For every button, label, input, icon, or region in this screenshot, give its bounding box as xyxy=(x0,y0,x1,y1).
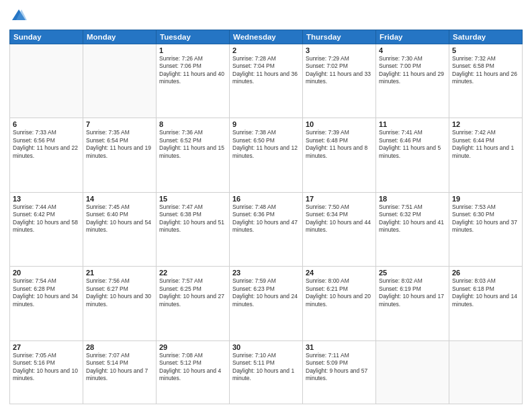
calendar-cell: 30Sunrise: 7:10 AMSunset: 5:11 PMDayligh… xyxy=(230,340,303,404)
day-info: Sunrise: 7:08 AMSunset: 5:12 PMDaylight:… xyxy=(159,352,226,383)
calendar-cell: 31Sunrise: 7:11 AMSunset: 5:09 PMDayligh… xyxy=(303,340,376,404)
calendar-cell: 27Sunrise: 7:05 AMSunset: 5:16 PMDayligh… xyxy=(10,340,83,404)
page-header xyxy=(9,7,523,26)
day-info: Sunrise: 7:28 AMSunset: 7:04 PMDaylight:… xyxy=(232,55,300,86)
calendar-cell: 28Sunrise: 7:07 AMSunset: 5:14 PMDayligh… xyxy=(83,340,157,404)
calendar-cell: 19Sunrise: 7:53 AMSunset: 6:30 PMDayligh… xyxy=(449,192,523,266)
calendar-cell: 18Sunrise: 7:51 AMSunset: 6:32 PMDayligh… xyxy=(376,192,449,266)
day-number: 14 xyxy=(86,195,153,203)
calendar-cell: 20Sunrise: 7:54 AMSunset: 6:28 PMDayligh… xyxy=(10,267,83,340)
day-info: Sunrise: 8:00 AMSunset: 6:21 PMDaylight:… xyxy=(306,277,373,308)
calendar-table: SundayMondayTuesdayWednesdayThursdayFrid… xyxy=(9,30,523,404)
weekday-monday: Monday xyxy=(83,30,157,44)
calendar-cell: 16Sunrise: 7:48 AMSunset: 6:36 PMDayligh… xyxy=(230,192,303,266)
day-number: 15 xyxy=(159,195,226,203)
calendar-cell: 12Sunrise: 7:42 AMSunset: 6:44 PMDayligh… xyxy=(449,118,523,192)
day-info: Sunrise: 7:10 AMSunset: 5:11 PMDaylight:… xyxy=(232,352,300,383)
day-number: 5 xyxy=(452,46,519,54)
calendar-cell: 8Sunrise: 7:36 AMSunset: 6:52 PMDaylight… xyxy=(157,118,230,192)
day-info: Sunrise: 7:59 AMSunset: 6:23 PMDaylight:… xyxy=(232,277,300,308)
day-info: Sunrise: 7:54 AMSunset: 6:28 PMDaylight:… xyxy=(13,277,80,308)
calendar-cell: 21Sunrise: 7:56 AMSunset: 6:27 PMDayligh… xyxy=(83,267,157,340)
day-info: Sunrise: 7:32 AMSunset: 6:58 PMDaylight:… xyxy=(452,55,519,86)
day-info: Sunrise: 7:47 AMSunset: 6:38 PMDaylight:… xyxy=(159,203,226,234)
day-number: 8 xyxy=(159,120,226,128)
day-info: Sunrise: 7:57 AMSunset: 6:25 PMDaylight:… xyxy=(159,277,226,308)
day-number: 29 xyxy=(159,343,226,351)
calendar-cell: 10Sunrise: 7:39 AMSunset: 6:48 PMDayligh… xyxy=(303,118,376,192)
logo xyxy=(9,7,31,26)
day-number: 31 xyxy=(306,343,373,351)
day-number: 4 xyxy=(379,46,446,54)
day-info: Sunrise: 7:33 AMSunset: 6:56 PMDaylight:… xyxy=(13,129,80,160)
weekday-sunday: Sunday xyxy=(10,30,83,44)
calendar-cell xyxy=(449,340,523,404)
calendar-cell: 3Sunrise: 7:29 AMSunset: 7:02 PMDaylight… xyxy=(303,44,376,118)
day-number: 30 xyxy=(232,343,300,351)
day-info: Sunrise: 7:35 AMSunset: 6:54 PMDaylight:… xyxy=(86,129,153,160)
calendar-cell: 13Sunrise: 7:44 AMSunset: 6:42 PMDayligh… xyxy=(10,192,83,266)
day-info: Sunrise: 7:51 AMSunset: 6:32 PMDaylight:… xyxy=(379,203,446,234)
day-info: Sunrise: 7:11 AMSunset: 5:09 PMDaylight:… xyxy=(306,352,373,383)
calendar-week-3: 13Sunrise: 7:44 AMSunset: 6:42 PMDayligh… xyxy=(10,192,523,266)
calendar-cell xyxy=(376,340,449,404)
day-info: Sunrise: 7:29 AMSunset: 7:02 PMDaylight:… xyxy=(306,55,373,86)
calendar-cell: 22Sunrise: 7:57 AMSunset: 6:25 PMDayligh… xyxy=(157,267,230,340)
weekday-saturday: Saturday xyxy=(449,30,523,44)
day-number: 11 xyxy=(379,120,446,128)
day-info: Sunrise: 7:42 AMSunset: 6:44 PMDaylight:… xyxy=(452,129,519,160)
calendar-cell xyxy=(10,44,83,118)
day-info: Sunrise: 7:39 AMSunset: 6:48 PMDaylight:… xyxy=(306,129,373,160)
day-info: Sunrise: 7:05 AMSunset: 5:16 PMDaylight:… xyxy=(13,352,80,383)
calendar-cell: 11Sunrise: 7:41 AMSunset: 6:46 PMDayligh… xyxy=(376,118,449,192)
day-info: Sunrise: 7:50 AMSunset: 6:34 PMDaylight:… xyxy=(306,203,373,234)
calendar-cell: 9Sunrise: 7:38 AMSunset: 6:50 PMDaylight… xyxy=(230,118,303,192)
calendar-cell: 29Sunrise: 7:08 AMSunset: 5:12 PMDayligh… xyxy=(157,340,230,404)
day-number: 24 xyxy=(306,269,373,277)
weekday-tuesday: Tuesday xyxy=(157,30,230,44)
day-number: 21 xyxy=(86,269,153,277)
day-number: 18 xyxy=(379,195,446,203)
day-info: Sunrise: 7:36 AMSunset: 6:52 PMDaylight:… xyxy=(159,129,226,160)
calendar-week-1: 1Sunrise: 7:26 AMSunset: 7:06 PMDaylight… xyxy=(10,44,523,118)
calendar-week-5: 27Sunrise: 7:05 AMSunset: 5:16 PMDayligh… xyxy=(10,340,523,404)
weekday-friday: Friday xyxy=(376,30,449,44)
day-number: 19 xyxy=(452,195,519,203)
calendar-cell xyxy=(83,44,157,118)
day-number: 2 xyxy=(232,46,300,54)
calendar-cell: 2Sunrise: 7:28 AMSunset: 7:04 PMDaylight… xyxy=(230,44,303,118)
day-number: 20 xyxy=(13,269,80,277)
day-number: 27 xyxy=(13,343,80,351)
day-number: 23 xyxy=(232,269,300,277)
weekday-thursday: Thursday xyxy=(303,30,376,44)
day-number: 1 xyxy=(159,46,226,54)
logo-icon xyxy=(9,7,28,26)
day-info: Sunrise: 7:48 AMSunset: 6:36 PMDaylight:… xyxy=(232,203,300,234)
day-info: Sunrise: 7:41 AMSunset: 6:46 PMDaylight:… xyxy=(379,129,446,160)
day-number: 13 xyxy=(13,195,80,203)
day-number: 17 xyxy=(306,195,373,203)
calendar-cell: 17Sunrise: 7:50 AMSunset: 6:34 PMDayligh… xyxy=(303,192,376,266)
day-info: Sunrise: 7:45 AMSunset: 6:40 PMDaylight:… xyxy=(86,203,153,234)
day-number: 9 xyxy=(232,120,300,128)
day-info: Sunrise: 7:56 AMSunset: 6:27 PMDaylight:… xyxy=(86,277,153,308)
day-number: 28 xyxy=(86,343,153,351)
day-info: Sunrise: 7:44 AMSunset: 6:42 PMDaylight:… xyxy=(13,203,80,234)
day-info: Sunrise: 7:53 AMSunset: 6:30 PMDaylight:… xyxy=(452,203,519,234)
weekday-wednesday: Wednesday xyxy=(230,30,303,44)
calendar-cell: 4Sunrise: 7:30 AMSunset: 7:00 PMDaylight… xyxy=(376,44,449,118)
calendar-cell: 15Sunrise: 7:47 AMSunset: 6:38 PMDayligh… xyxy=(157,192,230,266)
calendar-cell: 6Sunrise: 7:33 AMSunset: 6:56 PMDaylight… xyxy=(10,118,83,192)
day-info: Sunrise: 7:38 AMSunset: 6:50 PMDaylight:… xyxy=(232,129,300,160)
calendar-cell: 7Sunrise: 7:35 AMSunset: 6:54 PMDaylight… xyxy=(83,118,157,192)
day-number: 22 xyxy=(159,269,226,277)
day-number: 26 xyxy=(452,269,519,277)
calendar-cell: 24Sunrise: 8:00 AMSunset: 6:21 PMDayligh… xyxy=(303,267,376,340)
day-number: 6 xyxy=(13,120,80,128)
calendar-cell: 26Sunrise: 8:03 AMSunset: 6:18 PMDayligh… xyxy=(449,267,523,340)
calendar-week-2: 6Sunrise: 7:33 AMSunset: 6:56 PMDaylight… xyxy=(10,118,523,192)
calendar-cell: 14Sunrise: 7:45 AMSunset: 6:40 PMDayligh… xyxy=(83,192,157,266)
calendar-cell: 25Sunrise: 8:02 AMSunset: 6:19 PMDayligh… xyxy=(376,267,449,340)
weekday-header-row: SundayMondayTuesdayWednesdayThursdayFrid… xyxy=(10,30,523,44)
day-number: 3 xyxy=(306,46,373,54)
